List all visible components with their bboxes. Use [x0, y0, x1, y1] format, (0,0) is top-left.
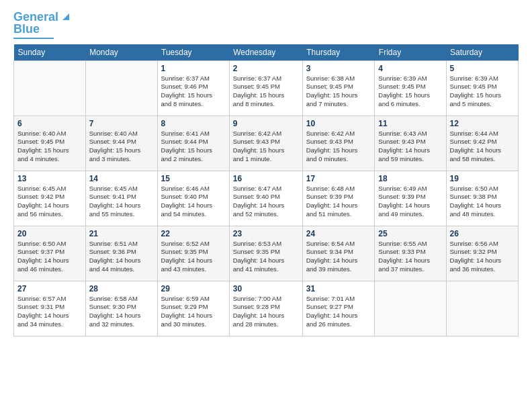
calendar-cell: 25Sunrise: 6:55 AM Sunset: 9:33 PM Dayli…	[375, 226, 446, 281]
day-number: 23	[233, 229, 299, 238]
day-number: 2	[233, 64, 299, 73]
day-number: 16	[233, 174, 299, 183]
calendar-cell: 27Sunrise: 6:57 AM Sunset: 9:31 PM Dayli…	[14, 281, 86, 336]
weekday-header: Friday	[375, 44, 446, 61]
day-number: 13	[17, 174, 82, 183]
calendar-cell: 6Sunrise: 6:40 AM Sunset: 9:45 PM Daylig…	[14, 116, 86, 171]
day-info: Sunrise: 6:51 AM Sunset: 9:36 PM Dayligh…	[89, 240, 154, 274]
calendar-cell	[375, 281, 446, 336]
calendar-cell: 18Sunrise: 6:49 AM Sunset: 9:39 PM Dayli…	[375, 171, 446, 226]
calendar-week-row: 20Sunrise: 6:50 AM Sunset: 9:37 PM Dayli…	[14, 226, 519, 281]
calendar-cell: 1Sunrise: 6:37 AM Sunset: 9:46 PM Daylig…	[157, 60, 229, 116]
day-number: 8	[161, 119, 226, 128]
logo-icon	[60, 11, 71, 21]
day-info: Sunrise: 6:50 AM Sunset: 9:38 PM Dayligh…	[450, 185, 515, 219]
day-number: 19	[450, 174, 515, 183]
day-number: 21	[89, 229, 154, 238]
calendar-cell: 10Sunrise: 6:42 AM Sunset: 9:43 PM Dayli…	[302, 116, 375, 171]
calendar-cell	[446, 281, 518, 336]
calendar-cell: 20Sunrise: 6:50 AM Sunset: 9:37 PM Dayli…	[14, 226, 86, 281]
day-info: Sunrise: 6:49 AM Sunset: 9:39 PM Dayligh…	[378, 185, 442, 219]
day-number: 17	[306, 174, 371, 183]
calendar-cell: 4Sunrise: 6:39 AM Sunset: 9:45 PM Daylig…	[375, 60, 446, 116]
day-number: 31	[306, 284, 371, 293]
day-number: 12	[450, 119, 515, 128]
page: General Blue SundayMondayTuesdayWednesda…	[0, 0, 532, 411]
day-info: Sunrise: 6:40 AM Sunset: 9:44 PM Dayligh…	[89, 130, 154, 164]
day-number: 10	[306, 119, 371, 128]
day-info: Sunrise: 7:01 AM Sunset: 9:27 PM Dayligh…	[306, 295, 371, 329]
day-number: 14	[89, 174, 154, 183]
calendar-cell: 17Sunrise: 6:48 AM Sunset: 9:39 PM Dayli…	[302, 171, 375, 226]
day-info: Sunrise: 6:43 AM Sunset: 9:43 PM Dayligh…	[378, 130, 442, 164]
logo-line	[13, 38, 54, 39]
day-info: Sunrise: 6:40 AM Sunset: 9:45 PM Dayligh…	[17, 130, 82, 164]
calendar-cell: 23Sunrise: 6:53 AM Sunset: 9:35 PM Dayli…	[229, 226, 302, 281]
day-number: 18	[378, 174, 442, 183]
calendar-cell: 12Sunrise: 6:44 AM Sunset: 9:42 PM Dayli…	[446, 116, 518, 171]
calendar-cell: 26Sunrise: 6:56 AM Sunset: 9:32 PM Dayli…	[446, 226, 518, 281]
weekday-header: Saturday	[446, 44, 518, 61]
calendar-cell: 31Sunrise: 7:01 AM Sunset: 9:27 PM Dayli…	[302, 281, 375, 336]
day-info: Sunrise: 6:57 AM Sunset: 9:31 PM Dayligh…	[17, 295, 82, 329]
calendar-cell: 19Sunrise: 6:50 AM Sunset: 9:38 PM Dayli…	[446, 171, 518, 226]
day-number: 24	[306, 229, 371, 238]
day-info: Sunrise: 7:00 AM Sunset: 9:28 PM Dayligh…	[233, 295, 299, 329]
calendar-week-row: 1Sunrise: 6:37 AM Sunset: 9:46 PM Daylig…	[14, 60, 519, 116]
header: General Blue	[13, 11, 519, 39]
day-number: 15	[161, 174, 226, 183]
calendar-week-row: 27Sunrise: 6:57 AM Sunset: 9:31 PM Dayli…	[14, 281, 519, 336]
day-number: 1	[161, 64, 226, 73]
calendar-cell: 22Sunrise: 6:52 AM Sunset: 9:35 PM Dayli…	[157, 226, 229, 281]
day-info: Sunrise: 6:55 AM Sunset: 9:33 PM Dayligh…	[378, 240, 442, 274]
day-number: 22	[161, 229, 226, 238]
day-info: Sunrise: 6:54 AM Sunset: 9:34 PM Dayligh…	[306, 240, 371, 274]
logo-blue: Blue	[13, 23, 40, 36]
weekday-header: Sunday	[14, 44, 86, 61]
day-info: Sunrise: 6:45 AM Sunset: 9:42 PM Dayligh…	[17, 185, 82, 219]
day-info: Sunrise: 6:37 AM Sunset: 9:45 PM Dayligh…	[233, 75, 299, 109]
day-info: Sunrise: 6:53 AM Sunset: 9:35 PM Dayligh…	[233, 240, 299, 274]
calendar-cell: 21Sunrise: 6:51 AM Sunset: 9:36 PM Dayli…	[85, 226, 157, 281]
weekday-header: Wednesday	[229, 44, 302, 61]
calendar-cell: 11Sunrise: 6:43 AM Sunset: 9:43 PM Dayli…	[375, 116, 446, 171]
calendar-cell: 30Sunrise: 7:00 AM Sunset: 9:28 PM Dayli…	[229, 281, 302, 336]
day-info: Sunrise: 6:52 AM Sunset: 9:35 PM Dayligh…	[161, 240, 226, 274]
day-number: 6	[17, 119, 82, 128]
calendar-week-row: 6Sunrise: 6:40 AM Sunset: 9:45 PM Daylig…	[14, 116, 519, 171]
day-info: Sunrise: 6:59 AM Sunset: 9:29 PM Dayligh…	[161, 295, 226, 329]
calendar-cell: 13Sunrise: 6:45 AM Sunset: 9:42 PM Dayli…	[14, 171, 86, 226]
day-number: 3	[306, 64, 371, 73]
day-number: 7	[89, 119, 154, 128]
day-info: Sunrise: 6:58 AM Sunset: 9:30 PM Dayligh…	[89, 295, 154, 329]
day-number: 4	[378, 64, 442, 73]
calendar-cell: 16Sunrise: 6:47 AM Sunset: 9:40 PM Dayli…	[229, 171, 302, 226]
calendar-cell: 3Sunrise: 6:38 AM Sunset: 9:45 PM Daylig…	[302, 60, 375, 116]
day-info: Sunrise: 6:42 AM Sunset: 9:43 PM Dayligh…	[306, 130, 371, 164]
calendar-cell: 9Sunrise: 6:42 AM Sunset: 9:43 PM Daylig…	[229, 116, 302, 171]
day-info: Sunrise: 6:37 AM Sunset: 9:46 PM Dayligh…	[161, 75, 226, 109]
day-number: 29	[161, 284, 226, 293]
day-info: Sunrise: 6:39 AM Sunset: 9:45 PM Dayligh…	[378, 75, 442, 109]
day-info: Sunrise: 6:45 AM Sunset: 9:41 PM Dayligh…	[89, 185, 154, 219]
weekday-header: Tuesday	[157, 44, 229, 61]
day-info: Sunrise: 6:48 AM Sunset: 9:39 PM Dayligh…	[306, 185, 371, 219]
calendar-body: 1Sunrise: 6:37 AM Sunset: 9:46 PM Daylig…	[14, 60, 519, 336]
calendar-header-row: SundayMondayTuesdayWednesdayThursdayFrid…	[14, 44, 519, 61]
day-number: 27	[17, 284, 82, 293]
day-number: 9	[233, 119, 299, 128]
calendar-table: SundayMondayTuesdayWednesdayThursdayFrid…	[13, 44, 519, 336]
logo-general: General	[13, 10, 58, 24]
calendar-cell	[85, 60, 157, 116]
day-number: 28	[89, 284, 154, 293]
day-info: Sunrise: 6:44 AM Sunset: 9:42 PM Dayligh…	[450, 130, 515, 164]
day-number: 30	[233, 284, 299, 293]
calendar-cell: 2Sunrise: 6:37 AM Sunset: 9:45 PM Daylig…	[229, 60, 302, 116]
day-number: 5	[450, 64, 515, 73]
svg-marker-0	[62, 13, 69, 20]
day-info: Sunrise: 6:38 AM Sunset: 9:45 PM Dayligh…	[306, 75, 371, 109]
day-info: Sunrise: 6:50 AM Sunset: 9:37 PM Dayligh…	[17, 240, 82, 274]
day-info: Sunrise: 6:56 AM Sunset: 9:32 PM Dayligh…	[450, 240, 515, 274]
calendar-cell: 24Sunrise: 6:54 AM Sunset: 9:34 PM Dayli…	[302, 226, 375, 281]
logo: General Blue	[13, 11, 71, 39]
